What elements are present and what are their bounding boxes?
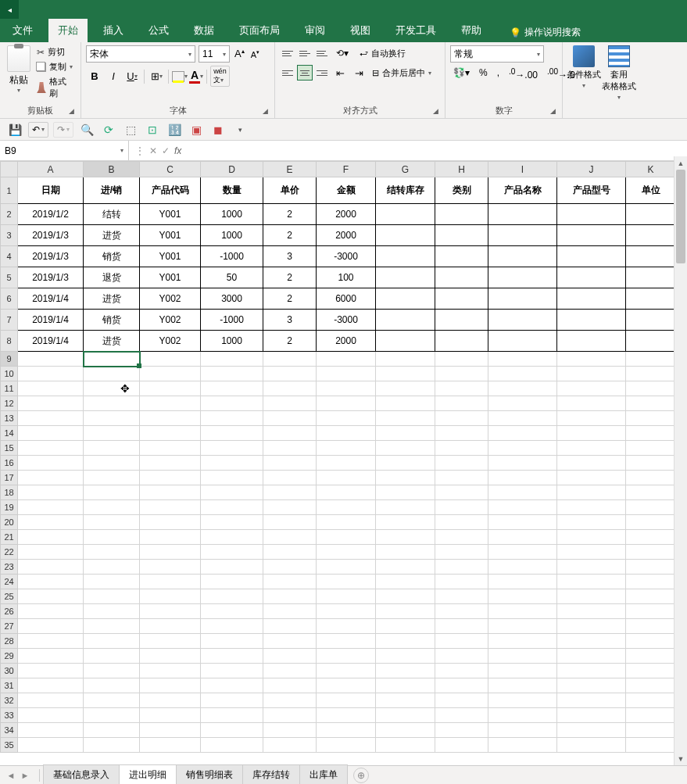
cell[interactable] [488, 367, 557, 381]
cell[interactable] [557, 246, 626, 267]
underline-button[interactable]: U▾ [123, 68, 141, 85]
cell[interactable] [263, 664, 317, 678]
sheet-tab[interactable]: 进出明细 [119, 764, 177, 785]
italic-button[interactable]: I [105, 68, 122, 85]
row-header[interactable]: 13 [1, 411, 18, 426]
cell[interactable] [140, 530, 201, 545]
sheet-tab[interactable]: 库存结转 [242, 764, 300, 785]
column-header[interactable]: E [263, 162, 317, 177]
cell[interactable] [557, 589, 626, 604]
cell[interactable] [557, 411, 626, 426]
name-box[interactable]: B9▾ [0, 141, 129, 160]
cell[interactable] [140, 589, 201, 604]
row-header[interactable]: 12 [1, 396, 18, 411]
row-header[interactable]: 31 [1, 678, 18, 693]
cell[interactable] [263, 723, 317, 738]
row-header[interactable]: 34 [1, 723, 18, 738]
cell[interactable] [557, 367, 626, 381]
menu-home[interactable]: 开始 [48, 19, 88, 42]
grow-font-button[interactable]: A▴ [233, 46, 246, 61]
cell[interactable] [626, 649, 676, 664]
column-header[interactable]: C [140, 162, 201, 177]
cell[interactable] [376, 649, 435, 664]
cell[interactable] [376, 310, 435, 331]
row-header[interactable]: 11 [1, 381, 18, 396]
cell[interactable] [201, 485, 263, 500]
cell[interactable]: 2000 [317, 225, 376, 246]
cell[interactable] [18, 545, 84, 560]
cell[interactable] [140, 693, 201, 708]
cell[interactable] [18, 589, 84, 604]
cell[interactable] [317, 560, 376, 575]
cell[interactable] [376, 204, 435, 225]
cell[interactable] [376, 288, 435, 310]
cell[interactable] [488, 288, 557, 310]
menu-file[interactable]: 文件 [3, 19, 42, 42]
orientation-button[interactable]: ⟲▾ [336, 48, 349, 59]
cell[interactable]: -1000 [201, 310, 263, 331]
cell[interactable] [488, 267, 557, 288]
cell[interactable] [435, 381, 488, 396]
cell[interactable] [376, 589, 435, 604]
cell[interactable] [263, 441, 317, 456]
row-header[interactable]: 5 [1, 267, 18, 288]
cell[interactable] [84, 575, 140, 589]
row-header[interactable]: 6 [1, 288, 18, 310]
cell[interactable] [18, 678, 84, 693]
cell[interactable] [376, 619, 435, 634]
cell[interactable] [435, 331, 488, 352]
cell[interactable] [140, 441, 201, 456]
cell[interactable] [201, 500, 263, 515]
cell[interactable]: 2000 [317, 331, 376, 352]
cell[interactable] [626, 500, 676, 515]
group-expand-icon[interactable]: ◢ [260, 107, 270, 116]
column-header[interactable]: G [376, 162, 435, 177]
cell[interactable] [435, 589, 488, 604]
format-as-table-button[interactable]: 套用 表格格式▾ [601, 45, 636, 115]
cell[interactable] [201, 738, 263, 753]
cell[interactable] [18, 530, 84, 545]
row-header[interactable]: 3 [1, 225, 18, 246]
bold-button[interactable]: B [86, 68, 103, 85]
cell[interactable] [201, 530, 263, 545]
wrap-text-button[interactable]: ⮐自动换行 [356, 46, 409, 61]
cell[interactable] [317, 500, 376, 515]
cell[interactable]: 销货 [84, 246, 140, 267]
cell[interactable] [557, 352, 626, 367]
cell[interactable]: 2019/1/2 [18, 204, 84, 225]
cell[interactable] [84, 649, 140, 664]
cell[interactable] [557, 396, 626, 411]
cell[interactable] [84, 411, 140, 426]
cell[interactable]: 3 [263, 246, 317, 267]
fill-color-button[interactable]: ▾ [172, 71, 188, 82]
cell[interactable] [18, 426, 84, 441]
cell[interactable] [18, 664, 84, 678]
font-size-dropdown[interactable]: 11▾ [199, 45, 230, 63]
cell[interactable]: 1000 [201, 331, 263, 352]
cell[interactable] [317, 619, 376, 634]
cell[interactable] [626, 693, 676, 708]
formula-bar[interactable] [188, 141, 687, 160]
cell[interactable] [201, 678, 263, 693]
cell[interactable] [488, 738, 557, 753]
cell[interactable] [557, 708, 626, 723]
cell[interactable] [18, 471, 84, 485]
cell[interactable] [18, 352, 84, 367]
cell[interactable]: Y002 [140, 310, 201, 331]
cell[interactable] [376, 396, 435, 411]
cell[interactable]: Y001 [140, 204, 201, 225]
cell[interactable] [263, 604, 317, 619]
cell[interactable] [376, 604, 435, 619]
cell[interactable] [557, 204, 626, 225]
cell[interactable] [376, 352, 435, 367]
cell[interactable] [435, 456, 488, 471]
cell[interactable] [84, 634, 140, 649]
cell[interactable] [488, 485, 557, 500]
cell[interactable] [140, 649, 201, 664]
cell[interactable] [84, 678, 140, 693]
cell[interactable] [488, 649, 557, 664]
cell[interactable]: 进/销 [84, 177, 140, 204]
cell[interactable] [435, 411, 488, 426]
cell[interactable] [18, 560, 84, 575]
cell[interactable] [18, 738, 84, 753]
